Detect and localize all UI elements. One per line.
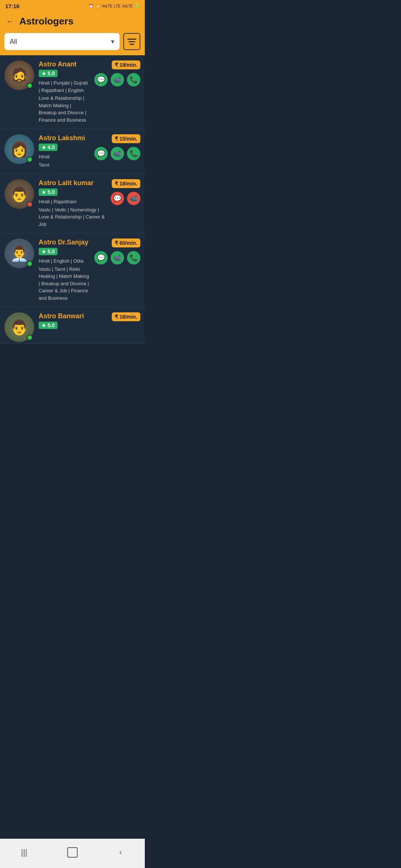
astrologer-name-5: Astro Banwari <box>39 312 107 320</box>
specialties-2: Tarot <box>39 161 90 169</box>
card-right-2: ₹ 15/min. 💬 📹 📞 <box>94 134 140 160</box>
astrologer-card-1: 🧔 Astro Anant ★ 5.0 Hindi | Punjabi | Gu… <box>0 55 145 129</box>
card-body-3: Astro Lalit kumar ★ 5.0 Hindi | Rajastha… <box>39 179 106 228</box>
astrologer-card-4: 👨‍💼 Astro Dr.Sanjay ★ 5.0 Hindi | Englis… <box>0 233 145 307</box>
filter-button[interactable] <box>123 33 140 50</box>
specialties-4: Vastu | Tarot | Reiki Healing | Match Ma… <box>39 266 90 302</box>
astrologer-card-5: 👨 Astro Banwari ★ 5.0 ₹ 18/min. <box>0 307 145 344</box>
chat-button-3[interactable]: 💬 <box>111 192 124 205</box>
signal-icon: VoLTE <box>102 4 113 8</box>
video-button-4[interactable]: 📹 <box>111 251 124 264</box>
rating-badge-2: ★ 4.0 <box>39 144 58 151</box>
card-body-1: Astro Anant ★ 5.0 Hindi | Punjabi | Gujr… <box>39 60 90 124</box>
alarm-icon: ⏰ <box>88 4 94 9</box>
status-bar: 17:16 ⏰ 📶 VoLTE LTE VoLTE 🔋 <box>0 0 145 12</box>
price-4: ₹ 60/min. <box>112 239 140 247</box>
star-icon-4: ★ <box>42 249 46 254</box>
call-button-1[interactable]: 📞 <box>127 73 140 86</box>
rating-badge-3: ★ 5.0 <box>39 188 58 196</box>
languages-4: Hindi | English | Odia <box>39 257 90 265</box>
video-button-2[interactable]: 📹 <box>111 147 124 160</box>
status-icons: ⏰ 📶 VoLTE LTE VoLTE 🔋 <box>88 4 140 9</box>
category-dropdown[interactable]: All ▾ <box>4 33 120 50</box>
category-selected: All <box>10 38 17 46</box>
avatar-wrap-2: 👩 <box>4 134 34 164</box>
astrologer-name-4: Astro Dr.Sanjay <box>39 239 90 246</box>
page-title: Astrologers <box>19 16 74 27</box>
rating-value-1: 5.0 <box>48 70 55 76</box>
filter-row: All ▾ <box>0 33 145 55</box>
video-button-1[interactable]: 📹 <box>111 73 124 86</box>
battery-icon: 🔋 <box>134 4 140 9</box>
price-2: ₹ 15/min. <box>112 134 140 143</box>
card-right-3: ₹ 18/min. 💬 📹 <box>111 179 140 205</box>
avatar-wrap-1: 🧔 <box>4 60 34 90</box>
astrologers-list: 🧔 Astro Anant ★ 5.0 Hindi | Punjabi | Gu… <box>0 55 145 370</box>
astrologer-card-3: 👨 Astro Lalit kumar ★ 5.0 Hindi | Rajast… <box>0 174 145 233</box>
price-1: ₹ 19/min. <box>112 60 140 69</box>
card-body-2: Astro Lakshmi ★ 4.0 Hindi Tarot <box>39 134 90 168</box>
video-button-3[interactable]: 📹 <box>127 192 140 205</box>
rating-badge-5: ★ 5.0 <box>39 322 58 329</box>
languages-3: Hindi | Rajasthani <box>39 198 106 206</box>
rating-badge-1: ★ 5.0 <box>39 70 58 77</box>
action-icons-1: 💬 📹 📞 <box>94 73 140 86</box>
online-dot-4 <box>27 261 33 267</box>
avatar-wrap-3: 👨 <box>4 179 34 209</box>
specialties-3: Vastu | Vedic | Numerology | Love & Rela… <box>39 206 106 228</box>
rating-value-4: 5.0 <box>48 249 55 254</box>
card-body-5: Astro Banwari ★ 5.0 <box>39 312 107 331</box>
card-body-4: Astro Dr.Sanjay ★ 5.0 Hindi | English | … <box>39 239 90 302</box>
dropdown-arrow-icon: ▾ <box>111 37 114 46</box>
online-dot-3 <box>27 201 33 207</box>
rating-value-2: 4.0 <box>48 144 55 150</box>
specialties-1: Love & Relationship | Match Making | Bre… <box>39 95 90 124</box>
online-dot-1 <box>27 83 33 89</box>
price-5: ₹ 18/min. <box>112 312 140 321</box>
signal2-icon: VoLTE <box>122 4 133 8</box>
star-icon-2: ★ <box>42 145 46 150</box>
rating-value-5: 5.0 <box>48 322 55 328</box>
wifi-icon: 📶 <box>95 4 100 9</box>
languages-2: Hindi <box>39 153 90 161</box>
card-right-4: ₹ 60/min. 💬 📹 📞 <box>94 239 140 264</box>
star-icon-3: ★ <box>42 190 46 195</box>
astrologer-card-2: 👩 Astro Lakshmi ★ 4.0 Hindi Tarot ₹ 15/m… <box>0 129 145 174</box>
avatar-wrap-4: 👨‍💼 <box>4 239 34 268</box>
back-button[interactable]: ← <box>6 17 14 26</box>
star-icon-5: ★ <box>42 323 46 328</box>
rating-value-3: 5.0 <box>48 189 55 195</box>
astrologer-name-1: Astro Anant <box>39 60 90 68</box>
action-icons-3: 💬 📹 <box>111 192 140 205</box>
online-dot-2 <box>27 157 33 162</box>
call-button-4[interactable]: 📞 <box>127 251 140 264</box>
status-time: 17:16 <box>5 3 19 9</box>
chat-button-2[interactable]: 💬 <box>94 147 108 160</box>
filter-line-3 <box>130 44 134 45</box>
astrologer-name-2: Astro Lakshmi <box>39 134 90 142</box>
filter-line-1 <box>127 39 136 40</box>
action-icons-2: 💬 📹 📞 <box>94 147 140 160</box>
astrologer-name-3: Astro Lalit kumar <box>39 179 106 187</box>
card-right-5: ₹ 18/min. <box>112 312 140 321</box>
card-right-1: ₹ 19/min. 💬 📹 📞 <box>94 60 140 86</box>
filter-line-2 <box>128 41 135 42</box>
online-dot-5 <box>27 335 33 341</box>
rating-badge-4: ★ 5.0 <box>39 248 58 255</box>
header: ← Astrologers <box>0 12 145 33</box>
price-3: ₹ 18/min. <box>112 179 140 188</box>
call-button-2[interactable]: 📞 <box>127 147 140 160</box>
languages-1: Hindi | Punjabi | Gujrati | Rajasthani |… <box>39 79 90 94</box>
avatar-wrap-5: 👨 <box>4 312 34 342</box>
chat-button-4[interactable]: 💬 <box>94 251 108 264</box>
chat-button-1[interactable]: 💬 <box>94 73 108 86</box>
star-icon-1: ★ <box>42 71 46 76</box>
lte-icon: LTE <box>114 4 121 8</box>
action-icons-4: 💬 📹 📞 <box>94 251 140 264</box>
